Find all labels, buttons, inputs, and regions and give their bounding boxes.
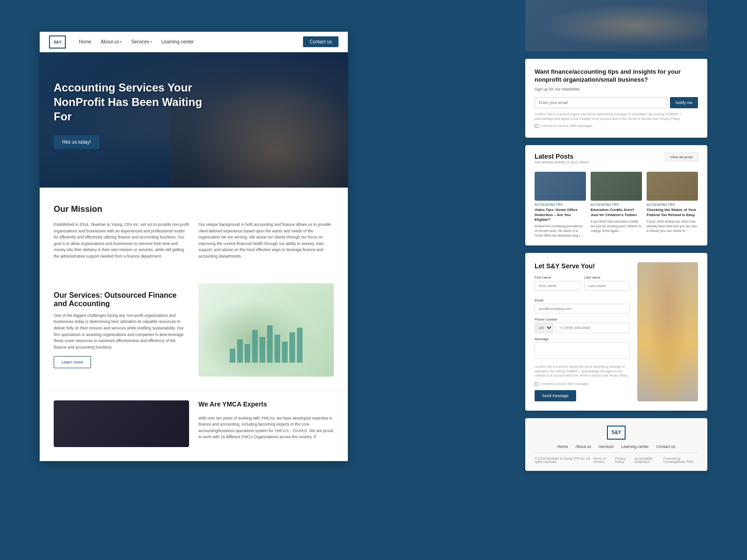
chart-bar: [230, 349, 235, 363]
phone-label: Phone number: [535, 317, 630, 322]
footer-nav-learning[interactable]: Learning center: [621, 444, 649, 449]
last-name-field[interactable]: [584, 281, 630, 291]
contact-us-button[interactable]: Contact us: [303, 36, 338, 47]
footer-accessibility[interactable]: Accessibility Statement: [634, 457, 659, 463]
logo-box: S&Y: [49, 35, 66, 49]
footer-nav: Home About us Services Learning center C…: [535, 444, 698, 449]
post-image-2: [591, 172, 642, 201]
email-field[interactable]: [535, 304, 630, 314]
email-row: Notify me: [535, 97, 698, 108]
footer-nav-services[interactable]: Services: [599, 444, 614, 449]
email-input[interactable]: [535, 97, 667, 108]
right-panel: Want finance/accounting tips and insight…: [525, 0, 707, 471]
contact-sms-label: I consent to receive SMS messages.: [540, 382, 590, 386]
contact-form-card: Let S&Y Serve You! First name Last name …: [525, 253, 707, 411]
posts-grid: ACCOUNTING TIPS Video Tips: Home Office …: [535, 172, 698, 238]
phone-row: US ▾: [535, 322, 630, 333]
footer-links: Terms of Service Privacy Policy Accessib…: [593, 457, 698, 463]
footer-copyright: © 2018 Skeehan & Young CPA Inc. All righ…: [535, 457, 593, 463]
post-image-1: [535, 172, 586, 201]
post-category: ACCOUNTING TIPS: [591, 203, 642, 206]
chart-bar: [267, 325, 273, 363]
chart-bar: [275, 335, 280, 363]
email-group: Email: [535, 298, 630, 314]
services-body: One of the biggest challenges facing any…: [54, 313, 189, 351]
post-title[interactable]: Video Tips: Home Office Deduction – Are …: [535, 208, 586, 222]
footer-nav-contact[interactable]: Contact us: [656, 444, 676, 449]
footer-terms[interactable]: Terms of Service: [593, 457, 610, 463]
ymca-text: With over ten years of working with YMCA…: [198, 415, 334, 441]
nav-links: Home About us ▾ Services ▾ Learning cent…: [75, 37, 303, 46]
post-title[interactable]: Education Credits Aren't Just for Childr…: [591, 208, 642, 217]
message-label: Message: [535, 337, 630, 341]
footer-logo: S&Y: [535, 426, 698, 440]
posts-header: Latest Posts Get weekly articles in your…: [535, 153, 698, 170]
post-category: ACCOUNTING TIPS: [647, 203, 698, 206]
sms-label: I consent to receive SMS messages.: [540, 124, 593, 129]
right-top-image: [525, 0, 707, 51]
chart-bar: [282, 342, 288, 363]
sms-checkbox-row: I consent to receive SMS messages.: [535, 124, 698, 129]
footer-nav-about[interactable]: About us: [575, 444, 591, 449]
posts-title: Latest Posts: [535, 153, 589, 160]
newsletter-card: Want finance/accounting tips and insight…: [525, 59, 707, 138]
services-title: Our Services: Outsourced Finance and Acc…: [54, 291, 189, 308]
post-title[interactable]: Checking the Status of Your Federal Tax …: [647, 208, 698, 217]
navbar: S&Y Home About us ▾ Services ▾ Learning …: [40, 32, 348, 52]
post-excerpt: If you think that education credits are …: [591, 219, 642, 233]
services-image: [198, 283, 334, 377]
footer-nav-home[interactable]: Home: [557, 444, 568, 449]
nav-home[interactable]: Home: [75, 37, 95, 46]
chart-visualization: [230, 325, 303, 363]
posts-title-group: Latest Posts Get weekly articles in your…: [535, 153, 589, 170]
mission-section: Our Mission Established in 2014, Skeehan…: [40, 188, 348, 274]
right-top-overlay: [525, 0, 707, 51]
chart-bar: [252, 330, 258, 363]
newsletter-subtitle: Sign up for our newsletter.: [535, 87, 698, 91]
first-name-field[interactable]: [535, 281, 580, 291]
nav-about[interactable]: About us ▾: [97, 37, 126, 46]
chart-bar: [297, 328, 303, 363]
posts-subtitle: Get weekly articles in your inbox!: [535, 160, 589, 164]
mission-text-left: Established in 2014, Skeehan & Young, CP…: [54, 222, 189, 260]
logo-text: S&Y: [53, 40, 61, 44]
chart-bar: [260, 337, 265, 363]
contact-sms-checkbox[interactable]: [535, 382, 538, 386]
post-category: ACCOUNTING TIPS: [535, 203, 586, 206]
footer-privacy[interactable]: Privacy Policy: [615, 457, 630, 463]
notify-button[interactable]: Notify me: [670, 97, 698, 108]
view-all-posts-button[interactable]: View all posts: [665, 153, 698, 161]
logo: S&Y: [49, 35, 66, 49]
sms-checkbox[interactable]: [535, 124, 538, 128]
footer-logo-box: S&Y: [607, 426, 626, 440]
learn-more-button[interactable]: Learn more: [54, 356, 91, 368]
phone-group: Phone number US ▾: [535, 317, 630, 333]
post-excerpt: Amidst the increasing prevalence of remo…: [535, 224, 586, 238]
contact-person-photo: [637, 262, 698, 401]
nav-services[interactable]: Services ▾: [127, 37, 155, 46]
footer-bottom: © 2018 Skeehan & Young CPA Inc. All righ…: [535, 453, 698, 463]
footer-logo-text: S&Y: [612, 430, 621, 435]
services-section: Our Services: Outsourced Finance and Acc…: [40, 274, 348, 391]
main-panel: S&Y Home About us ▾ Services ▾ Learning …: [40, 32, 348, 461]
list-item: ACCOUNTING TIPS Video Tips: Home Office …: [535, 172, 586, 238]
list-item: ACCOUNTING TIPS Checking the Status of Y…: [647, 172, 698, 238]
phone-country-select[interactable]: US ▾: [535, 322, 553, 333]
newsletter-title: Want finance/accounting tips and insight…: [535, 68, 698, 84]
nav-learning[interactable]: Learning center: [158, 37, 198, 46]
footer-powered: Powered by CountingWorks PRO: [663, 457, 698, 463]
chart-bar: [289, 332, 295, 363]
chart-bar: [237, 339, 243, 363]
contact-sms-row: I consent to receive SMS messages.: [535, 382, 630, 386]
posts-card: Latest Posts Get weekly articles in your…: [525, 145, 707, 245]
message-textarea[interactable]: [535, 342, 630, 359]
send-message-button[interactable]: Send message: [535, 390, 576, 401]
contact-form-title: Let S&Y Serve You!: [535, 262, 630, 270]
footer-card: S&Y Home About us Services Learning cent…: [525, 418, 707, 471]
mission-columns: Established in 2014, Skeehan & Young, CP…: [54, 222, 334, 260]
chart-bar: [245, 344, 250, 363]
contact-form-fields: Let S&Y Serve You! First name Last name …: [535, 262, 630, 401]
hire-us-button[interactable]: Hire us today!: [54, 135, 99, 149]
first-name-label: First name: [535, 275, 580, 280]
phone-input[interactable]: [555, 322, 630, 333]
